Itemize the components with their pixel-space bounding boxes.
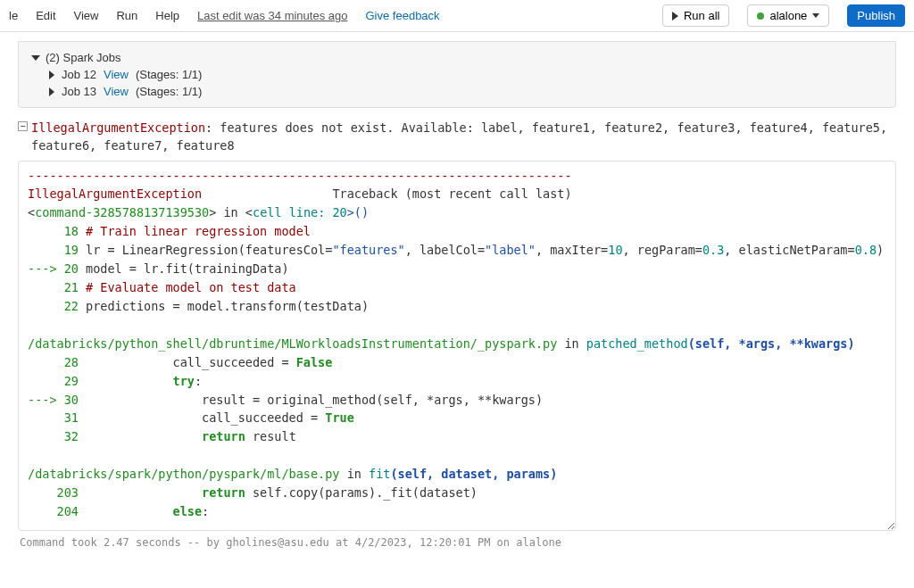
menu-run[interactable]: Run (116, 9, 137, 22)
caret-right-icon[interactable] (49, 87, 54, 96)
code-text: result = original_method(self, *args, **… (86, 393, 543, 407)
code-string: "features" (332, 243, 404, 257)
collapse-icon[interactable]: − (18, 121, 28, 131)
code-number: 0.8 (855, 243, 877, 257)
trace-text: >() (347, 205, 369, 219)
code-text: , maxIter= (536, 243, 608, 257)
code-text: , elasticNetParam= (724, 243, 854, 257)
spark-jobs-toggle[interactable]: (2) Spark Jobs (31, 51, 883, 64)
caret-down-icon (31, 55, 40, 61)
job-view-link[interactable]: View (104, 85, 129, 98)
trace-text: < (28, 205, 35, 219)
spark-job-row: Job 12 View (Stages: 1/1) (31, 64, 883, 81)
trace-text: in (340, 467, 370, 481)
code-comment: # Evaluate model on test data (86, 280, 296, 294)
code-text: call_succeeded = (86, 355, 296, 369)
line-number: 21 (28, 280, 86, 294)
code-keyword: else (173, 504, 203, 518)
command-status: Command took 2.47 seconds -- by gholines… (18, 531, 896, 554)
code-number: 0.3 (702, 243, 724, 257)
code-text: predictions = model.transform(testData) (86, 299, 369, 313)
job-label: Job 12 (62, 68, 96, 81)
code-keyword: try (173, 374, 195, 388)
code-text: : (202, 504, 209, 518)
trace-text: in (557, 336, 586, 351)
status-dot-icon (757, 12, 764, 20)
menu-edit[interactable]: Edit (36, 9, 55, 22)
caret-right-icon[interactable] (49, 70, 54, 79)
line-number: 19 (28, 243, 86, 257)
exception-name: IllegalArgumentException (31, 120, 205, 135)
code-keyword: False (296, 355, 333, 369)
frame-signature: (self, *args, **kwargs) (688, 336, 855, 351)
line-number: 22 (28, 299, 86, 313)
run-all-label: Run all (684, 9, 719, 22)
code-keyword: return (202, 429, 245, 443)
code-number: 10 (608, 243, 622, 257)
line-number: 28 (28, 355, 86, 369)
cell-line: cell line: 20 (253, 205, 347, 219)
line-number: 18 (28, 224, 86, 238)
code-text (86, 374, 173, 388)
job-label: Job 13 (62, 85, 96, 98)
line-number: 32 (28, 429, 86, 443)
code-text: : (195, 374, 202, 388)
code-text (86, 504, 173, 518)
last-edit-link[interactable]: Last edit was 34 minutes ago (197, 9, 347, 22)
chevron-down-icon (812, 13, 819, 18)
arrow-marker: ---> (28, 393, 64, 407)
job-view-link[interactable]: View (104, 68, 129, 81)
code-text: self.copy(params)._fit(dataset) (245, 485, 478, 500)
cluster-dropdown[interactable]: alalone (747, 4, 829, 27)
spark-jobs-title: (2) Spark Jobs (46, 51, 121, 64)
code-comment: # Train linear regression model (86, 224, 311, 238)
code-text: ) (877, 243, 884, 257)
traceback-header-rest: Traceback (most recent call last) (202, 186, 572, 201)
job-stages: (Stages: 1/1) (136, 68, 202, 81)
line-number: 30 (64, 393, 86, 407)
menu: le Edit View Run Help (9, 9, 179, 22)
code-text: call_succeeded = (86, 410, 325, 425)
code-text: model = lr.fit(trainingData) (86, 261, 289, 276)
code-text: result (245, 429, 296, 443)
play-icon (672, 12, 678, 21)
frame-path: /databricks/spark/python/pyspark/ml/base… (28, 467, 340, 481)
spark-job-row: Job 13 View (Stages: 1/1) (31, 81, 883, 98)
code-keyword: return (202, 485, 245, 500)
publish-button[interactable]: Publish (847, 4, 905, 27)
line-number: 29 (28, 374, 86, 388)
traceback-exc-name: IllegalArgumentException (28, 186, 202, 201)
run-all-button[interactable]: Run all (662, 4, 729, 27)
notebook-content: (2) Spark Jobs Job 12 View (Stages: 1/1)… (0, 41, 914, 572)
error-summary: − IllegalArgumentException: features doe… (18, 117, 896, 157)
give-feedback-link[interactable]: Give feedback (365, 9, 439, 22)
traceback-separator: ----------------------------------------… (28, 169, 572, 183)
top-menu-bar: le Edit View Run Help Last edit was 34 m… (0, 0, 914, 32)
trace-text: > in < (209, 205, 253, 219)
spark-jobs-panel: (2) Spark Jobs Job 12 View (Stages: 1/1)… (18, 41, 896, 108)
traceback-box[interactable]: ----------------------------------------… (18, 161, 896, 532)
job-stages: (Stages: 1/1) (136, 85, 202, 98)
frame-function: patched_method (586, 336, 688, 351)
code-string: "label" (485, 243, 536, 257)
arrow-marker: ---> (28, 261, 64, 276)
code-text (86, 429, 202, 443)
line-number: 203 (28, 485, 86, 500)
line-number: 20 (64, 261, 86, 276)
error-output: − IllegalArgumentException: features doe… (18, 108, 896, 554)
command-id: command-3285788137139530 (35, 205, 209, 219)
menu-help[interactable]: Help (155, 9, 179, 22)
code-text: , regParam= (623, 243, 702, 257)
menu-file[interactable]: le (9, 9, 18, 22)
line-number: 31 (28, 410, 86, 425)
frame-function: fit (369, 467, 390, 481)
line-number: 204 (28, 504, 86, 518)
menu-view[interactable]: View (74, 9, 99, 22)
cluster-name: alalone (769, 9, 807, 22)
code-text: lr = LinearRegression(featuresCol= (86, 243, 332, 257)
code-text: , labelCol= (405, 243, 485, 257)
frame-path: /databricks/python_shell/dbruntime/MLWor… (28, 336, 557, 351)
code-text (86, 485, 202, 500)
code-keyword: True (325, 410, 354, 425)
frame-signature: (self, dataset, params) (390, 467, 557, 481)
